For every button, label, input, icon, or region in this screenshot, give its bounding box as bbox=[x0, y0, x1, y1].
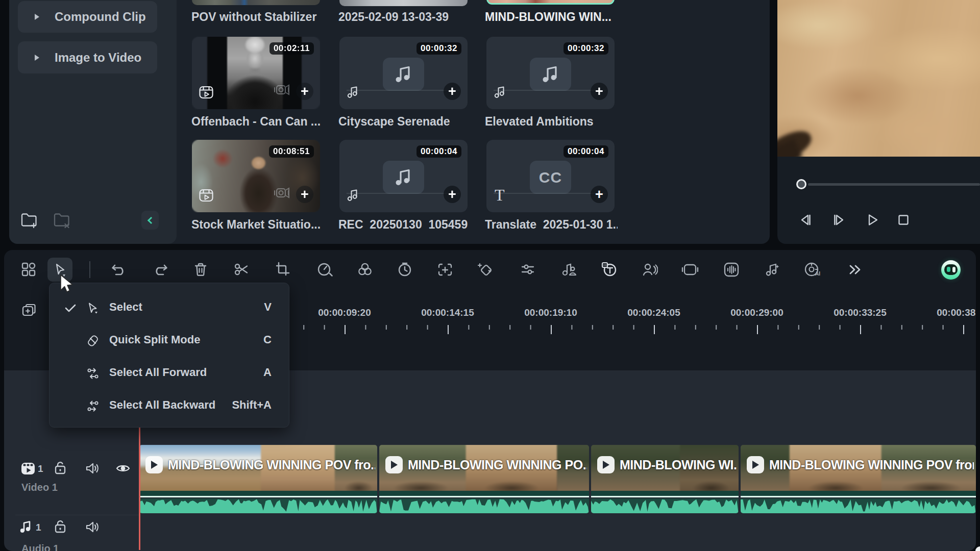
svg-text:AI: AI bbox=[815, 271, 820, 277]
